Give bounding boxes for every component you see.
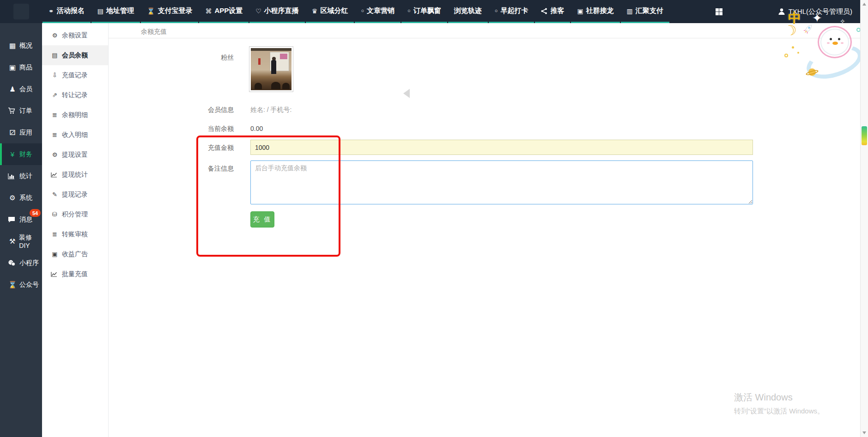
link-icon: ⚭ — [49, 7, 54, 15]
credit-card-icon: ▥ — [627, 7, 633, 15]
sidebar-item-label: 统计 — [19, 172, 32, 180]
logo-placeholder — [13, 4, 29, 19]
nav-item-label: 早起打卡 — [500, 6, 528, 15]
nav-item-label: 推客 — [550, 6, 564, 15]
user-name: TXHL(公众号管理员) — [789, 7, 852, 16]
nav-item-huiju-pay[interactable]: ▥汇聚支付 — [621, 0, 669, 23]
sidebar-item-finance[interactable]: ¥财务 — [0, 143, 42, 165]
nav-item-article-marketing[interactable]: ○文章营销 — [355, 0, 401, 23]
nav-item-label: 支付宝登录 — [158, 6, 192, 15]
balance-recharge-page: ⚭活动报名 ▤地址管理 ⌛支付宝登录 ⌘APP设置 ♡小程序直播 ♛区域分红 ○… — [0, 0, 868, 437]
scrollbar-up-arrow[interactable] — [862, 3, 866, 6]
recharge-form: 粉丝 会员信息 姓名: / 手机号: — [109, 38, 868, 228]
nav-item-activity-signup[interactable]: ⚭活动报名 — [42, 0, 91, 23]
file-icon: ≣ — [51, 131, 59, 138]
yen-icon: ¥ — [8, 150, 17, 158]
nav-item-early-checkin[interactable]: ○早起打卡 — [489, 0, 534, 23]
sidebar-item-diy[interactable]: ⚒装修DIY — [0, 230, 42, 252]
submenu-item-withdraw-records[interactable]: ✎提现记录 — [42, 185, 108, 204]
sidebar-item-label: 概况 — [19, 42, 32, 50]
line-chart-icon — [51, 271, 59, 277]
logo-area — [0, 0, 42, 23]
sidebar-item-label: 小程序 — [19, 259, 39, 267]
sidebar-item-orders[interactable]: 订单 — [0, 100, 42, 122]
sidebar-item-stats[interactable]: 统计 — [0, 165, 42, 187]
scrollbar-thumb[interactable] — [862, 126, 867, 145]
submenu-item-withdraw-settings[interactable]: ⚙提现设置 — [42, 145, 108, 165]
heart-icon: ♡ — [255, 7, 261, 15]
member-info-label: 会员信息 — [109, 104, 234, 114]
nav-item-miniprogram-live[interactable]: ♡小程序直播 — [249, 0, 305, 23]
submenu-item-income-details[interactable]: ≣收入明细 — [42, 125, 108, 145]
file-icon: ≣ — [51, 111, 59, 118]
sidebar-item-miniprogram[interactable]: 小程序 — [0, 252, 42, 274]
sidebar-item-messages[interactable]: 消息54 — [0, 209, 42, 230]
apps-grid-icon[interactable] — [716, 8, 722, 15]
amount-input[interactable] — [250, 140, 753, 155]
messages-count-badge: 54 — [30, 209, 41, 217]
database-icon: ⛁ — [51, 211, 59, 218]
gear-icon: ⚙ — [51, 32, 59, 39]
main-sidebar: ▦概况 ▣商品 ♟会员 订单 ⚂应用 ¥财务 统计 ⚙系统 消息54 ⚒装修DI… — [0, 23, 42, 437]
main-content: 余额充值 粉丝 — [109, 23, 868, 437]
submenu-item-label: 收入明细 — [62, 131, 88, 139]
submenu-item-label: 提现记录 — [62, 191, 88, 199]
sidebar-item-overview[interactable]: ▦概况 — [0, 35, 42, 56]
dashboard-icon: ▦ — [8, 42, 17, 50]
pencil-icon: ✎ — [51, 191, 59, 198]
top-navbar: ⚭活动报名 ▤地址管理 ⌛支付宝登录 ⌘APP设置 ♡小程序直播 ♛区域分红 ○… — [0, 0, 868, 23]
sidebar-item-label: 订单 — [19, 107, 32, 115]
submenu-item-label: 充值记录 — [62, 71, 88, 80]
remark-textarea[interactable] — [250, 160, 753, 204]
nav-item-browse-track[interactable]: 浏览轨迹 — [448, 0, 488, 23]
submenu-item-points-manage[interactable]: ⛁积分管理 — [42, 204, 108, 224]
sidebar-item-members[interactable]: ♟会员 — [0, 78, 42, 100]
submenu-item-recharge-records[interactable]: ⇩充值记录 — [42, 65, 108, 85]
amount-row: 充值金额 — [109, 140, 868, 155]
sidebar-item-system[interactable]: ⚙系统 — [0, 187, 42, 209]
photo-arrow-icon — [403, 89, 410, 98]
circle-icon: ○ — [495, 8, 498, 13]
submenu-item-balance-details[interactable]: ≣余额明细 — [42, 105, 108, 125]
member-info-value: 姓名: / 手机号: — [250, 104, 291, 114]
sidebar-item-label: 消息 — [19, 215, 32, 224]
submenu-item-label: 转让记录 — [62, 91, 88, 99]
submenu-item-label: 批量充值 — [62, 270, 88, 278]
address-card-icon: ▤ — [97, 7, 103, 15]
user-menu[interactable]: TXHL(公众号管理员) — [778, 7, 852, 16]
submenu-item-transfer-review[interactable]: ≣转账审核 — [42, 224, 108, 244]
submenu-item-label: 余额明细 — [62, 111, 88, 119]
nav-item-group-chain[interactable]: ▣社群接龙 — [571, 0, 619, 23]
submenu-item-batch-recharge[interactable]: 批量充值 — [42, 264, 108, 284]
scrollbar-down-arrow[interactable] — [862, 431, 866, 434]
sidebar-item-label: 系统 — [19, 194, 32, 202]
nav-item-promoter[interactable]: 推客 — [535, 0, 570, 23]
recharge-submit-button[interactable]: 充 值 — [250, 211, 274, 228]
submenu-item-withdraw-stats[interactable]: 提现统计 — [42, 165, 108, 185]
submenu-item-revenue-ads[interactable]: ▣收益广告 — [42, 244, 108, 264]
vertical-scrollbar[interactable] — [860, 0, 868, 437]
nav-item-label: 区域分红 — [320, 6, 348, 15]
trophy-icon: ♛ — [312, 7, 318, 15]
nav-item-order-popup[interactable]: ○订单飘窗 — [401, 0, 447, 23]
sidebar-item-label: 商品 — [19, 63, 32, 72]
sidebar-item-apps[interactable]: ⚂应用 — [0, 122, 42, 143]
page-layout: ▦概况 ▣商品 ♟会员 订单 ⚂应用 ¥财务 统计 ⚙系统 消息54 ⚒装修DI… — [0, 23, 868, 437]
nav-item-address-manage[interactable]: ▤地址管理 — [91, 0, 140, 23]
hourglass-icon: ⌛ — [8, 281, 17, 289]
sidebar-item-goods[interactable]: ▣商品 — [0, 56, 42, 78]
circle-icon: ○ — [407, 8, 411, 13]
amount-label: 充值金额 — [109, 140, 234, 152]
nav-item-region-dividend[interactable]: ♛区域分红 — [306, 0, 354, 23]
nav-item-alipay-login[interactable]: ⌛支付宝登录 — [141, 0, 198, 23]
chat-icon — [8, 216, 17, 223]
nav-item-label: 小程序直播 — [264, 6, 299, 15]
sidebar-item-official-account[interactable]: ⌛公众号 — [0, 274, 42, 295]
user-icon — [778, 8, 785, 15]
submenu-item-member-balance[interactable]: ▤会员余额 — [42, 45, 108, 65]
external-link-icon: ⇗ — [51, 92, 59, 98]
nav-item-app-settings[interactable]: ⌘APP设置 — [199, 0, 249, 23]
member-info-row: 会员信息 姓名: / 手机号: — [109, 104, 868, 114]
submenu-item-balance-settings[interactable]: ⚙余额设置 — [42, 25, 108, 45]
submenu-item-transfer-records[interactable]: ⇗转让记录 — [42, 85, 108, 105]
